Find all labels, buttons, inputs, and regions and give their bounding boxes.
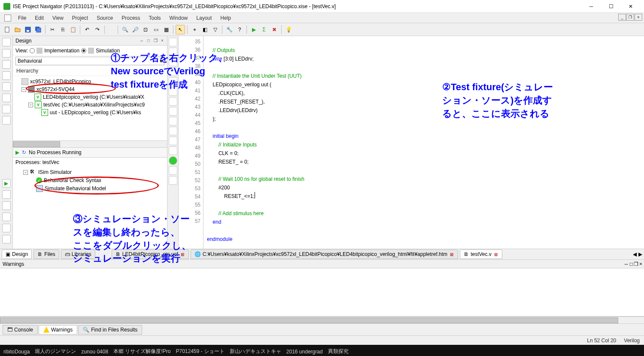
lb-3[interactable] [2, 60, 11, 69]
menu-tools[interactable]: Tools [145, 14, 165, 22]
tab-libraries[interactable]: 🗃Libraries [61, 250, 95, 259]
lb-5[interactable] [2, 82, 11, 91]
panel-max-icon[interactable]: ❐ [634, 261, 638, 267]
panel-arrows-icon[interactable]: ↔ [624, 261, 629, 267]
menu-project[interactable]: Project [68, 14, 92, 22]
hierarchy-scrollbar[interactable] [13, 140, 167, 147]
tab-close-icon[interactable]: ⊠ [493, 252, 498, 257]
menu-view[interactable]: View [48, 14, 68, 22]
menu-source[interactable]: Source [92, 14, 117, 22]
menu-help[interactable]: Help [216, 14, 235, 22]
tab-files[interactable]: 🗎Files [33, 250, 59, 259]
radio-simulation[interactable] [81, 48, 86, 53]
panel-max-icon[interactable]: ❐ [152, 38, 158, 44]
menu-process[interactable]: Process [117, 14, 144, 22]
menu-layout[interactable]: Layout [192, 14, 216, 22]
bulb-button[interactable]: 💡 [284, 25, 293, 34]
ed-btn-3[interactable] [169, 58, 177, 66]
collapse-icon[interactable]: − [28, 103, 33, 107]
lb-10[interactable] [2, 201, 11, 210]
saveall-button[interactable] [33, 25, 43, 34]
code-editor[interactable]: // Outputs wire [3:0] LEDdrv; // Instant… [204, 36, 644, 249]
warnings-scrollbar[interactable] [0, 316, 644, 323]
lb-2[interactable] [2, 49, 11, 58]
process-simulate[interactable]: Simulate Behavioral Model [23, 184, 167, 193]
tree-node-project[interactable]: xc9572xl_LED4bitPicopico [21, 78, 167, 85]
ed-btn-11[interactable] [169, 137, 177, 145]
menu-file[interactable]: File [14, 14, 30, 22]
ed-btn-12[interactable] [169, 146, 177, 155]
lb-12[interactable] [2, 224, 11, 232]
find-button[interactable]: ⌖ [190, 25, 199, 34]
lb-4[interactable] [2, 71, 11, 80]
lb-8[interactable] [2, 116, 11, 125]
mdi-close[interactable]: × [635, 14, 642, 21]
tree-node-chip[interactable]: −xc9572xl-5VQ44 [21, 85, 167, 93]
ed-btn-9[interactable] [169, 117, 177, 125]
run-button[interactable]: ▶ [249, 25, 258, 34]
lb-play[interactable]: ▶ [2, 179, 11, 188]
ed-btn-6[interactable] [169, 87, 177, 96]
open-button[interactable] [13, 25, 22, 34]
lb-1[interactable] [2, 38, 11, 46]
sigma-button[interactable]: Σ [259, 25, 269, 34]
highlight-button[interactable]: ◧ [200, 25, 210, 34]
tab-htm[interactable]: 🌐C:¥Users¥ksato¥XilinxProjects¥xc9572xl_… [191, 250, 458, 259]
copy-button[interactable]: ⎘ [58, 25, 67, 34]
ed-btn-7[interactable] [169, 97, 177, 106]
ed-btn-4[interactable] [169, 67, 177, 76]
undo-button[interactable]: ↶ [82, 25, 92, 34]
zoom-in-button[interactable]: 🔍 [120, 25, 130, 34]
new-button[interactable] [3, 25, 12, 34]
pointer-button[interactable]: ↖ [176, 25, 185, 34]
lb-9[interactable] [2, 190, 11, 199]
stop-button[interactable]: ✖ [270, 25, 279, 34]
panel-arrows-icon[interactable]: ↔ [139, 38, 145, 44]
tree-node-testvec[interactable]: −VtestVec (C:¥Users¥ksato¥XilinxProjects… [21, 101, 167, 109]
maximize-button[interactable]: ☐ [601, 0, 621, 13]
tree-node-verilog1[interactable]: VLED4bitpicopico_verilog (C:¥Users¥ksato… [21, 93, 167, 101]
warnings-body[interactable] [0, 268, 644, 316]
tab-scroll-left[interactable]: ◀ [633, 251, 637, 257]
tab-design[interactable]: ▣Design [2, 250, 32, 259]
tab-scroll-right[interactable]: ▶ [638, 251, 642, 257]
ed-btn-5[interactable] [169, 77, 177, 86]
tab-ucf[interactable]: 🗎LED4bitPicopico_pin.ucf⊠ [112, 250, 189, 259]
panel-float-icon[interactable]: □ [146, 38, 152, 44]
zoom-area-button[interactable]: ▭ [151, 25, 161, 34]
btab-warnings[interactable]: Warnings [39, 325, 77, 335]
ed-btn-15[interactable] [169, 176, 177, 185]
lb-13[interactable] [2, 235, 11, 243]
tree-node-uut[interactable]: Vuut - LEDpicopico_verilog (C:¥Users¥ks [21, 109, 167, 116]
hierarchy-tree[interactable]: xc9572xl_LED4bitPicopico −xc9572xl-5VQ44… [13, 76, 167, 140]
ed-btn-10[interactable] [169, 127, 177, 135]
lb-6[interactable] [2, 94, 11, 102]
menu-edit[interactable]: Edit [30, 14, 48, 22]
ed-btn-8[interactable] [169, 107, 177, 116]
tab-close-icon[interactable]: ⊠ [180, 252, 185, 257]
refresh-icon[interactable]: ↻ [22, 149, 26, 155]
zoom-out-button[interactable]: 🔎 [131, 25, 140, 34]
ed-btn-1[interactable] [169, 38, 177, 46]
radio-implementation[interactable] [30, 48, 35, 53]
minimize-button[interactable]: ─ [581, 0, 601, 13]
process-isim[interactable]: −🛠ISim Simulator [23, 168, 167, 176]
panel-close-icon[interactable]: × [159, 38, 165, 44]
panel-float-icon[interactable]: □ [630, 261, 633, 267]
save-button[interactable] [23, 25, 33, 34]
lb-7[interactable] [2, 105, 11, 113]
paste-button[interactable]: 📋 [68, 25, 78, 34]
ed-btn-13[interactable] [169, 156, 177, 165]
filter-button[interactable]: ▽ [210, 25, 220, 34]
lb-11[interactable] [2, 213, 11, 221]
sim-mode-combo[interactable]: Behavioral ▾ [15, 57, 164, 65]
zoom-fit-button[interactable]: ⊡ [141, 25, 150, 34]
mdi-minimize[interactable]: _ [618, 14, 626, 21]
btab-console[interactable]: 🗔Console [3, 325, 38, 335]
wrench-button[interactable]: 🔧 [225, 25, 234, 34]
tab-close-icon[interactable]: ⊠ [449, 252, 454, 257]
close-button[interactable]: ✕ [621, 0, 641, 13]
menu-window[interactable]: Window [165, 14, 192, 22]
collapse-icon[interactable]: − [23, 170, 28, 175]
panel-close-icon[interactable]: × [639, 261, 642, 267]
